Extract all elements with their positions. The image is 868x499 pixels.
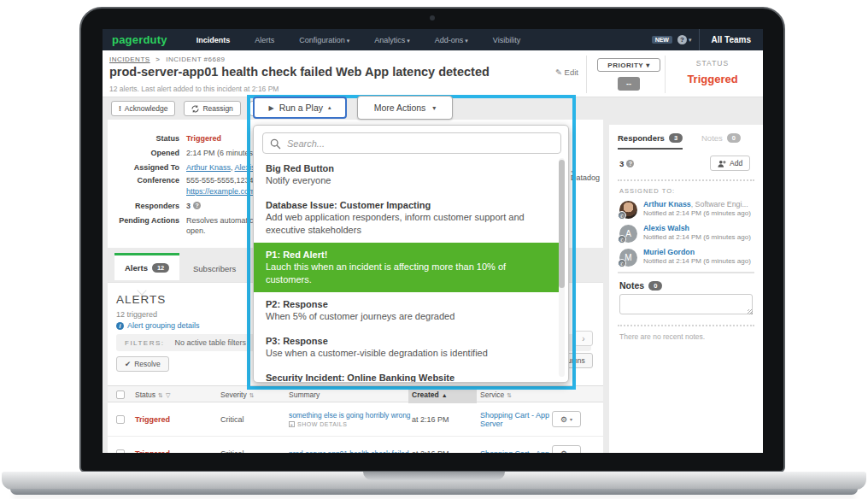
gear-icon: ⚙	[560, 449, 567, 454]
info-icon: i	[116, 322, 124, 330]
nav-item-addons[interactable]: Add-ons▾	[435, 36, 468, 44]
edit-button[interactable]: ✎ Edit	[555, 68, 578, 77]
filter-funnel-icon[interactable]: ▽	[166, 392, 170, 398]
responders-panel: Responders 3 Notes 0 3? Add ASSIGNED TO:…	[609, 125, 763, 453]
header-divider	[586, 56, 587, 93]
priority-value-badge: --	[618, 77, 640, 91]
play-search-input[interactable]	[287, 135, 552, 151]
resize-grip[interactable]	[748, 309, 753, 314]
row-severity: Critical	[217, 415, 285, 424]
select-all-checkbox[interactable]	[116, 390, 125, 399]
run-a-play-button[interactable]: ▶ Run a Play ▴	[253, 97, 347, 119]
phone-icon: ✆	[618, 259, 626, 267]
divider	[618, 325, 754, 326]
play-option[interactable]: Big Red Button Notify everyone	[254, 156, 560, 193]
scrollbar-thumb[interactable]	[559, 160, 565, 288]
search-icon	[270, 138, 281, 150]
sort-up-icon: ▲	[442, 392, 448, 398]
all-teams-selector[interactable]: All Teams	[700, 35, 764, 44]
row-status: Triggered	[132, 415, 217, 424]
webcam-dot	[430, 15, 435, 21]
alerts-table: Status⇅▽ Severity⇅ Summary Created▲ Serv…	[108, 385, 603, 453]
nav-item-incidents[interactable]: Incidents	[196, 36, 231, 44]
question-icon[interactable]: ?	[626, 160, 634, 167]
responder-name-link[interactable]: Arthur Knass	[643, 200, 691, 208]
tab-notes[interactable]: Notes 0	[701, 133, 741, 143]
tab-alerts[interactable]: Alerts 12	[114, 253, 179, 280]
nav-item-visibility[interactable]: Visibility	[493, 36, 520, 44]
show-details-toggle[interactable]: +SHOW DETAILS	[289, 421, 408, 427]
new-note-input[interactable]	[619, 294, 753, 314]
incident-title: prod-server-app01 health check failed We…	[109, 65, 490, 79]
filters-value: No active table filters	[175, 338, 247, 347]
alert-summary-link[interactable]: prod-server-app01 health check failed	[289, 449, 409, 454]
alert-summary-link[interactable]: something else is going horribly wrong	[289, 411, 410, 420]
pagerduty-logo[interactable]: pagerduty	[112, 33, 167, 46]
caret-up-icon: ▴	[328, 104, 331, 111]
acknowledge-button[interactable]: !Acknowledge	[111, 101, 175, 116]
row-severity: Critical	[217, 449, 285, 454]
status-label: STATUS	[670, 59, 755, 68]
play-option[interactable]: Security Incident: Online Banking Websit…	[254, 366, 560, 383]
reassign-button[interactable]: Reassign	[184, 101, 240, 116]
exclamation-icon: !	[119, 104, 121, 113]
play-option[interactable]: P2: Response When 5% of customer journey…	[254, 292, 560, 329]
status-value: Triggered	[670, 73, 755, 85]
add-responder-button[interactable]: Add	[710, 156, 750, 171]
gear-icon: ⚙	[560, 415, 567, 424]
responder-row: ✆ Arthur Knass, Software Engi... Notifie…	[619, 200, 756, 220]
nav-item-analytics[interactable]: Analytics▾	[374, 36, 410, 44]
new-badge: NEW	[652, 36, 672, 44]
alert-grouping-link[interactable]: i Alert grouping details	[116, 321, 200, 330]
assignee-link[interactable]: Arthur Knass	[186, 163, 231, 172]
more-actions-button[interactable]: More Actions ▾	[357, 96, 453, 120]
col-service[interactable]: Service⇅	[477, 390, 552, 399]
sort-icon: ⇅	[507, 392, 512, 398]
help-icon[interactable]: ?	[677, 35, 687, 44]
nav-item-configuration[interactable]: Configuration▾	[299, 36, 349, 44]
resolve-button[interactable]: ✔Resolve	[116, 356, 169, 372]
priority-dropdown[interactable]: PRIORITY▾	[597, 58, 660, 72]
play-option[interactable]: P3: Response Use when a customer-visible…	[254, 329, 560, 366]
play-option-selected[interactable]: P1: Red Alert! Lauch this when an incide…	[254, 243, 560, 292]
tab-subscribers[interactable]: Subscribers	[183, 255, 246, 282]
divider	[618, 179, 754, 181]
row-checkbox[interactable]	[116, 449, 125, 454]
row-created: at 2:16 PM	[408, 449, 477, 454]
col-severity[interactable]: Severity⇅	[217, 390, 285, 399]
service-link[interactable]: Shopping Cart - App	[480, 449, 549, 454]
responders-count-badge: 3	[669, 133, 683, 143]
col-summary[interactable]: Summary	[285, 390, 408, 399]
caret-down-icon[interactable]: ▾	[689, 37, 692, 44]
incident-header: INCIDENTS > INCIDENT #6689 prod-server-a…	[103, 50, 763, 97]
pagination-next-button[interactable]: ›	[574, 331, 593, 346]
caret-down-icon: ▾	[465, 38, 468, 44]
caret-down-icon: ▾	[407, 38, 410, 44]
plus-box-icon: +	[289, 421, 295, 427]
play-dropdown-menu: Big Red Button Notify everyone Database …	[253, 125, 569, 383]
row-actions-button[interactable]: ⚙▾	[552, 411, 581, 427]
question-icon[interactable]: ?	[193, 202, 201, 209]
nav-item-alerts[interactable]: Alerts	[255, 36, 274, 44]
pending-actions-line2: open.	[186, 226, 206, 235]
nav-menu: Incidents Alerts Configuration▾ Analytic…	[196, 36, 521, 44]
notified-text: Notified at 2:14 PM (6 minutes ago)	[643, 257, 751, 265]
notes-count-badge: 0	[727, 133, 741, 143]
assigned-to-label: ASSIGNED TO:	[619, 187, 675, 195]
service-link[interactable]: Shopping Cart - App Server	[480, 411, 549, 428]
breadcrumb-incidents-link[interactable]: INCIDENTS	[109, 56, 150, 63]
responder-name-link[interactable]: Alexis Walsh	[643, 224, 689, 232]
play-option[interactable]: Database Issue: Customer Impacting Add w…	[254, 193, 560, 243]
incident-subtitle: 12 alerts. Last alert added to this inci…	[109, 85, 279, 93]
top-nav: pagerduty Incidents Alerts Configuration…	[103, 29, 763, 50]
row-actions-button[interactable]: ⚙▾	[552, 445, 581, 453]
play-search-box	[262, 132, 561, 154]
screen: pagerduty Incidents Alerts Configuration…	[103, 29, 763, 453]
tab-responders[interactable]: Responders 3	[618, 133, 683, 150]
col-status[interactable]: Status⇅▽	[132, 390, 217, 399]
row-created: at 2:16 PM	[408, 415, 477, 424]
row-checkbox[interactable]	[116, 415, 125, 424]
responder-row: A ✆ Alexis Walsh Notified at 2:14 PM (6 …	[619, 224, 756, 244]
notified-text: Notified at 2:14 PM (6 minutes ago)	[643, 209, 751, 217]
responder-name-link[interactable]: Muriel Gordon	[643, 248, 695, 256]
